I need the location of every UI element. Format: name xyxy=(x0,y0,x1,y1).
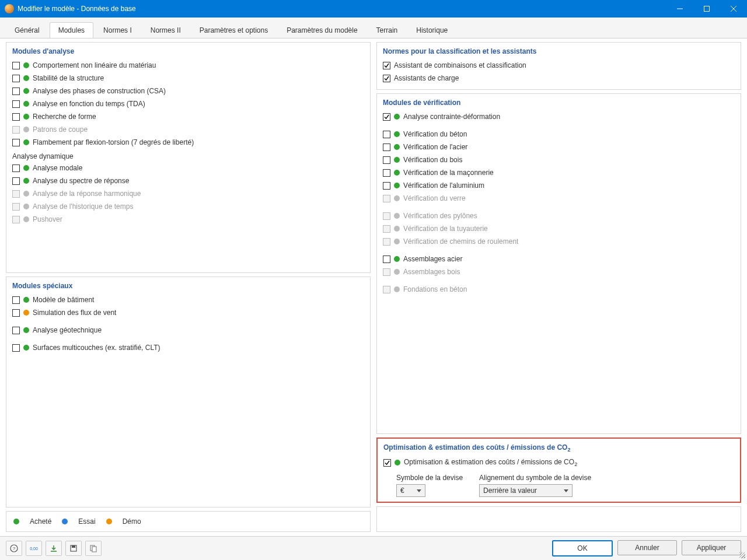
close-button[interactable] xyxy=(720,0,747,18)
dot-icon xyxy=(395,460,400,466)
chk-tda[interactable] xyxy=(12,100,20,108)
save-button[interactable] xyxy=(65,541,82,556)
apply-button[interactable]: Appliquer xyxy=(682,540,741,555)
chk-formfind[interactable] xyxy=(12,113,20,121)
dot-icon xyxy=(23,75,29,81)
tab-normes1[interactable]: Normes I xyxy=(95,22,141,38)
dot-icon xyxy=(23,62,29,68)
norms-panel-title: Normes pour la classification et les ass… xyxy=(383,46,735,59)
legend-panel: Acheté Essai Démo xyxy=(6,511,371,532)
svg-text:0,00: 0,00 xyxy=(30,547,38,551)
currency-symbol-select[interactable]: € xyxy=(396,484,425,497)
lbl-steeljoints: Assemblages acier xyxy=(403,255,462,263)
dot-icon xyxy=(23,216,29,222)
chk-piping xyxy=(383,225,390,233)
analysis-modules-panel: Modules d'analyse Comportement non linéa… xyxy=(6,42,371,273)
copy-button[interactable] xyxy=(85,541,102,556)
chk-concrete[interactable] xyxy=(383,131,390,138)
chk-steel[interactable] xyxy=(383,144,390,151)
lbl-stability: Stabilité de la structure xyxy=(33,74,104,82)
optimization-panel: Optimisation & estimation des coûts / ém… xyxy=(376,438,741,503)
lbl-multilayer: Surfaces multicouches (ex. stratifié, CL… xyxy=(33,344,160,352)
lbl-wind: Simulation des flux de vent xyxy=(33,309,116,317)
dot-icon xyxy=(23,191,29,197)
right-spacer-panel xyxy=(376,506,741,532)
dot-icon xyxy=(23,88,29,94)
optimization-panel-title: Optimisation & estimation des coûts / ém… xyxy=(383,442,734,456)
tab-normes2[interactable]: Normes II xyxy=(142,22,190,38)
lbl-crane: Vérification de chemins de roulement xyxy=(403,237,518,246)
chk-nonlinear[interactable] xyxy=(12,62,20,69)
tab-general[interactable]: Général xyxy=(6,22,48,38)
dot-icon xyxy=(23,345,29,351)
chk-cutpatterns xyxy=(12,126,20,134)
tab-bar: Général Modules Normes I Normes II Param… xyxy=(0,18,747,38)
tab-modules[interactable]: Modules xyxy=(50,22,93,38)
legend-dot-trial-icon xyxy=(62,519,68,524)
chk-pushover xyxy=(12,216,20,223)
dynamic-analysis-subhead: Analyse dynamique xyxy=(12,149,364,162)
content-area: Modules d'analyse Comportement non linéa… xyxy=(0,38,747,536)
chk-combo-wizard[interactable] xyxy=(383,62,390,69)
legend-dot-bought-icon xyxy=(13,519,19,524)
lbl-harmonic: Analyse de la réponse harmonique xyxy=(33,190,141,198)
lbl-csa: Analyse des phases de construction (CSA) xyxy=(33,87,166,95)
help-button[interactable]: ? xyxy=(6,541,22,556)
chevron-down-icon xyxy=(564,489,568,492)
chk-building[interactable] xyxy=(12,296,20,304)
svg-text:?: ? xyxy=(13,546,16,551)
chk-masonry[interactable] xyxy=(383,169,390,177)
tab-history[interactable]: Historique xyxy=(407,22,456,38)
lbl-load-wizard: Assistants de charge xyxy=(394,74,459,82)
lbl-glass: Vérification du verre xyxy=(403,194,466,202)
svg-rect-8 xyxy=(72,545,75,548)
chk-load-wizard[interactable] xyxy=(383,75,390,82)
chk-timehist xyxy=(12,203,20,211)
dot-icon xyxy=(23,178,29,184)
chk-tfb[interactable] xyxy=(12,139,20,146)
minimize-button[interactable] xyxy=(666,0,693,18)
import-button[interactable] xyxy=(46,541,62,556)
svg-rect-10 xyxy=(92,547,96,552)
cancel-button[interactable]: Annuler xyxy=(617,540,677,555)
lbl-cutpatterns: Patrons de coupe xyxy=(33,125,88,134)
dot-icon xyxy=(23,327,29,333)
lbl-aluminum: Vérification de l'aluminium xyxy=(403,181,484,190)
lbl-timberjoints: Assemblages bois xyxy=(403,268,460,276)
window-controls xyxy=(666,0,747,18)
dot-icon xyxy=(23,139,29,145)
chk-stressstrain[interactable] xyxy=(383,113,390,121)
chk-steeljoints[interactable] xyxy=(383,256,390,263)
chk-csa[interactable] xyxy=(12,88,20,95)
resize-grip-icon[interactable] xyxy=(739,552,745,558)
tab-params[interactable]: Paramètres et options xyxy=(191,22,277,38)
lbl-formfind: Recherche de forme xyxy=(33,113,96,121)
chk-glass xyxy=(383,195,390,202)
tab-terrain[interactable]: Terrain xyxy=(368,22,407,38)
lbl-response: Analyse du spectre de réponse xyxy=(33,177,129,185)
chk-wind[interactable] xyxy=(12,309,20,317)
chk-stability[interactable] xyxy=(12,75,20,82)
lbl-building: Modèle de bâtiment xyxy=(33,296,94,304)
chk-aluminum[interactable] xyxy=(383,182,390,190)
units-button[interactable]: 0,00 xyxy=(26,541,42,556)
chk-response[interactable] xyxy=(12,177,20,185)
alignment-select[interactable]: Derrière la valeur xyxy=(479,484,573,497)
chk-modal[interactable] xyxy=(12,164,20,172)
dot-icon xyxy=(394,183,400,188)
dot-icon xyxy=(394,144,400,150)
chk-geo[interactable] xyxy=(12,327,20,334)
chk-multilayer[interactable] xyxy=(12,344,20,352)
chk-timber[interactable] xyxy=(383,156,390,164)
lbl-geo: Analyse géotechnique xyxy=(33,326,102,334)
maximize-button[interactable] xyxy=(693,0,720,18)
analysis-modules-title: Modules d'analyse xyxy=(12,46,364,59)
tab-model-params[interactable]: Paramètres du modèle xyxy=(278,22,366,38)
chk-optimization[interactable] xyxy=(383,459,391,467)
lbl-nonlinear: Comportement non linéaire du matériau xyxy=(33,61,156,69)
lbl-timehist: Analyse de l'historique de temps xyxy=(33,202,133,211)
dot-icon xyxy=(394,226,400,232)
ok-button[interactable]: OK xyxy=(552,540,613,556)
lbl-modal: Analyse modale xyxy=(33,164,82,172)
currency-symbol-label: Symbole de la devise xyxy=(396,474,463,482)
